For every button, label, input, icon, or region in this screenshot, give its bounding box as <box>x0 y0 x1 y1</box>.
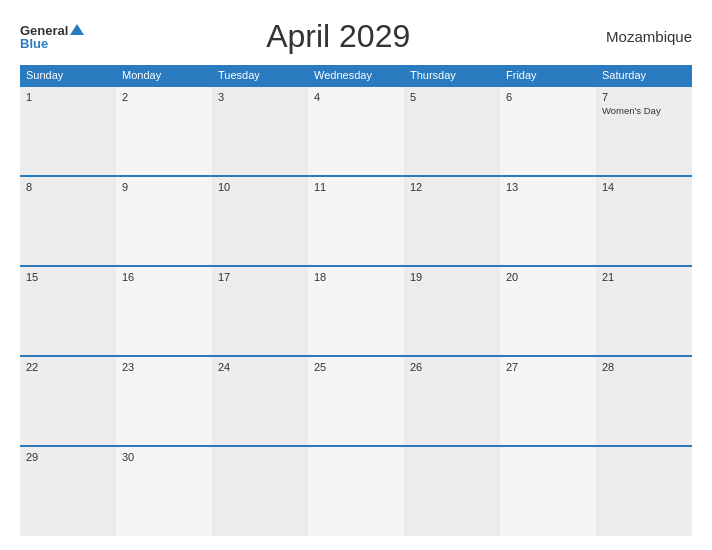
day-number: 20 <box>506 271 590 283</box>
calendar-week-2: 15161718192021 <box>20 266 692 356</box>
day-number: 25 <box>314 361 398 373</box>
day-number: 10 <box>218 181 302 193</box>
calendar-day: 16 <box>116 266 212 356</box>
calendar-week-0: 1234567Women's Day <box>20 86 692 176</box>
calendar-day: 14 <box>596 176 692 266</box>
calendar-day: 1 <box>20 86 116 176</box>
calendar-day: 22 <box>20 356 116 446</box>
day-number: 8 <box>26 181 110 193</box>
logo: General Blue <box>20 24 84 50</box>
calendar-week-1: 891011121314 <box>20 176 692 266</box>
day-number: 21 <box>602 271 686 283</box>
day-number: 27 <box>506 361 590 373</box>
calendar-table: Sunday Monday Tuesday Wednesday Thursday… <box>20 65 692 536</box>
country-label: Mozambique <box>592 28 692 45</box>
day-number: 12 <box>410 181 494 193</box>
day-number: 2 <box>122 91 206 103</box>
calendar-week-3: 22232425262728 <box>20 356 692 446</box>
calendar-day <box>308 446 404 536</box>
day-number: 22 <box>26 361 110 373</box>
day-number: 16 <box>122 271 206 283</box>
calendar-header: Sunday Monday Tuesday Wednesday Thursday… <box>20 65 692 86</box>
calendar-day: 20 <box>500 266 596 356</box>
logo-triangle-icon <box>70 24 84 35</box>
calendar-day: 11 <box>308 176 404 266</box>
day-number: 30 <box>122 451 206 463</box>
logo-blue-text: Blue <box>20 37 48 50</box>
day-number: 26 <box>410 361 494 373</box>
day-number: 28 <box>602 361 686 373</box>
day-number: 23 <box>122 361 206 373</box>
day-number: 4 <box>314 91 398 103</box>
calendar-title: April 2029 <box>84 18 592 55</box>
calendar-day: 15 <box>20 266 116 356</box>
day-number: 17 <box>218 271 302 283</box>
day-number: 24 <box>218 361 302 373</box>
header: General Blue April 2029 Mozambique <box>20 18 692 55</box>
calendar-day <box>404 446 500 536</box>
calendar-day: 26 <box>404 356 500 446</box>
day-number: 6 <box>506 91 590 103</box>
calendar-day: 3 <box>212 86 308 176</box>
calendar-day <box>500 446 596 536</box>
calendar-day: 27 <box>500 356 596 446</box>
calendar-day: 21 <box>596 266 692 356</box>
col-saturday: Saturday <box>596 65 692 86</box>
page: General Blue April 2029 Mozambique Sunda… <box>0 0 712 550</box>
calendar-day <box>596 446 692 536</box>
day-number: 13 <box>506 181 590 193</box>
day-number: 15 <box>26 271 110 283</box>
day-number: 9 <box>122 181 206 193</box>
calendar-week-4: 2930 <box>20 446 692 536</box>
calendar-day: 17 <box>212 266 308 356</box>
col-wednesday: Wednesday <box>308 65 404 86</box>
col-friday: Friday <box>500 65 596 86</box>
day-number: 18 <box>314 271 398 283</box>
calendar-body: 1234567Women's Day8910111213141516171819… <box>20 86 692 536</box>
day-number: 19 <box>410 271 494 283</box>
col-sunday: Sunday <box>20 65 116 86</box>
calendar-day: 10 <box>212 176 308 266</box>
calendar-day <box>212 446 308 536</box>
day-number: 29 <box>26 451 110 463</box>
calendar-day: 24 <box>212 356 308 446</box>
calendar-day: 30 <box>116 446 212 536</box>
calendar-day: 6 <box>500 86 596 176</box>
calendar-day: 8 <box>20 176 116 266</box>
day-number: 3 <box>218 91 302 103</box>
calendar-day: 25 <box>308 356 404 446</box>
col-thursday: Thursday <box>404 65 500 86</box>
calendar-day: 9 <box>116 176 212 266</box>
col-monday: Monday <box>116 65 212 86</box>
calendar-day: 13 <box>500 176 596 266</box>
calendar-day: 2 <box>116 86 212 176</box>
calendar-day: 4 <box>308 86 404 176</box>
calendar-day: 12 <box>404 176 500 266</box>
days-header-row: Sunday Monday Tuesday Wednesday Thursday… <box>20 65 692 86</box>
calendar-day: 18 <box>308 266 404 356</box>
logo-general-text: General <box>20 24 68 37</box>
day-number: 14 <box>602 181 686 193</box>
day-number: 5 <box>410 91 494 103</box>
day-number: 7 <box>602 91 686 103</box>
day-number: 1 <box>26 91 110 103</box>
day-number: 11 <box>314 181 398 193</box>
calendar-day: 28 <box>596 356 692 446</box>
col-tuesday: Tuesday <box>212 65 308 86</box>
calendar-day: 5 <box>404 86 500 176</box>
calendar-day: 19 <box>404 266 500 356</box>
calendar-day: 29 <box>20 446 116 536</box>
calendar-day: 7Women's Day <box>596 86 692 176</box>
calendar-day: 23 <box>116 356 212 446</box>
holiday-label: Women's Day <box>602 105 686 116</box>
